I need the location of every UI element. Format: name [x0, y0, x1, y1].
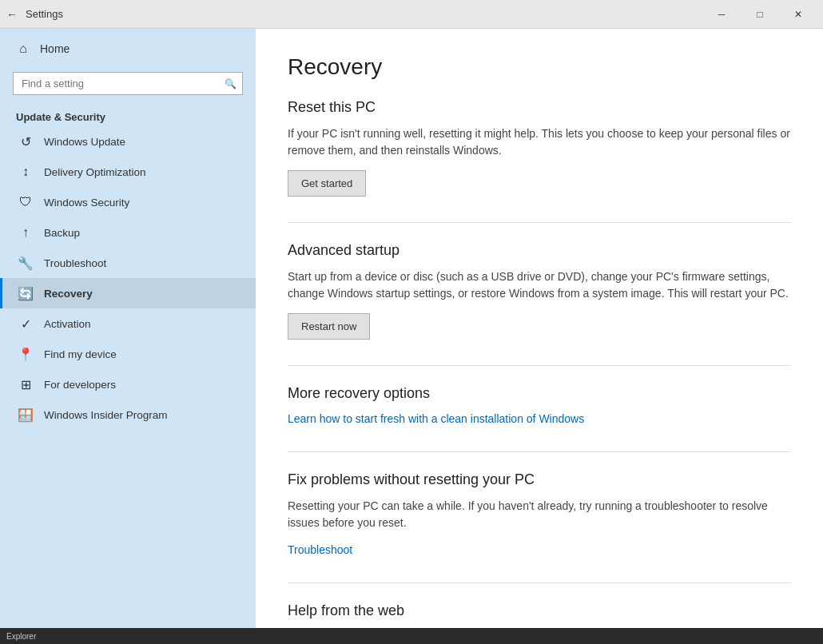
sidebar-item-windows-insider[interactable]: 🪟 Windows Insider Program	[0, 400, 256, 430]
delivery-icon: ↕	[18, 165, 33, 179]
main-container: ⌂ Home 🔍 Update & Security ↺ Windows Upd…	[0, 29, 823, 628]
sidebar-item-label: Windows Insider Program	[44, 409, 168, 421]
section-more-recovery-title: More recovery options	[288, 385, 791, 402]
titlebar: ← Settings ─ □ ✕	[0, 0, 823, 29]
page-title: Recovery	[288, 54, 791, 80]
sidebar-item-label: Delivery Optimization	[44, 166, 146, 178]
divider-2	[288, 365, 791, 366]
sidebar: ⌂ Home 🔍 Update & Security ↺ Windows Upd…	[0, 29, 256, 628]
back-button[interactable]: ←	[6, 8, 18, 21]
activation-icon: ✓	[18, 316, 33, 331]
minimize-button[interactable]: ─	[703, 2, 740, 27]
shield-icon: 🛡	[18, 195, 33, 209]
sidebar-item-label: Troubleshoot	[44, 257, 106, 269]
clean-install-link[interactable]: Learn how to start fresh with a clean in…	[288, 412, 584, 425]
divider-4	[288, 582, 791, 583]
sidebar-item-activation[interactable]: ✓ Activation	[0, 308, 256, 339]
sidebar-item-windows-security[interactable]: 🛡 Windows Security	[0, 187, 256, 217]
backup-icon: ↑	[18, 225, 33, 240]
section-help-web: Help from the web	[288, 602, 791, 619]
content-area: Recovery Reset this PC If your PC isn't …	[256, 29, 823, 628]
sidebar-item-backup[interactable]: ↑ Backup	[0, 217, 256, 248]
sidebar-item-home[interactable]: ⌂ Home	[0, 29, 256, 69]
sidebar-item-delivery-optimization[interactable]: ↕ Delivery Optimization	[0, 157, 256, 187]
section-advanced-startup: Advanced startup Start up from a device …	[288, 242, 791, 340]
recovery-icon: 🔄	[18, 286, 33, 300]
section-reset-pc: Reset this PC If your PC isn't running w…	[288, 99, 791, 197]
app-title: Settings	[26, 8, 703, 20]
home-icon: ⌂	[16, 42, 30, 56]
taskbar-hint-text: Explorer	[6, 632, 36, 641]
restart-now-button[interactable]: Restart now	[288, 313, 370, 340]
sidebar-item-label: For developers	[44, 379, 116, 391]
taskbar: Explorer	[0, 628, 823, 644]
search-input[interactable]	[13, 72, 243, 95]
search-icon: 🔍	[225, 78, 237, 89]
search-container: 🔍	[13, 72, 243, 95]
section-fix-desc: Resetting your PC can take a while. If y…	[288, 498, 791, 531]
get-started-button[interactable]: Get started	[288, 170, 366, 197]
sidebar-item-for-developers[interactable]: ⊞ For developers	[0, 369, 256, 400]
sidebar-item-label: Backup	[44, 227, 80, 239]
sidebar-item-find-my-device[interactable]: 📍 Find my device	[0, 339, 256, 369]
sidebar-item-label: Windows Security	[44, 197, 129, 209]
window-controls: ─ □ ✕	[703, 2, 817, 27]
section-fix-title: Fix problems without resetting your PC	[288, 471, 791, 488]
close-button[interactable]: ✕	[780, 2, 817, 27]
troubleshoot-icon: 🔧	[18, 256, 33, 270]
developers-icon: ⊞	[18, 377, 33, 392]
sidebar-item-recovery[interactable]: 🔄 Recovery	[0, 278, 256, 308]
sidebar-section-title: Update & Security	[0, 105, 256, 126]
sidebar-home-label: Home	[40, 42, 70, 55]
divider-1	[288, 222, 791, 223]
section-fix-problems: Fix problems without resetting your PC R…	[288, 471, 791, 557]
sidebar-item-label: Recovery	[44, 288, 93, 300]
maximize-button[interactable]: □	[741, 2, 778, 27]
sidebar-item-troubleshoot[interactable]: 🔧 Troubleshoot	[0, 248, 256, 278]
sidebar-item-label: Windows Update	[44, 136, 125, 148]
troubleshoot-link[interactable]: Troubleshoot	[288, 543, 352, 556]
update-icon: ↺	[18, 134, 33, 149]
section-help-title: Help from the web	[288, 602, 791, 619]
section-reset-desc: If your PC isn't running well, resetting…	[288, 125, 791, 159]
section-reset-title: Reset this PC	[288, 99, 791, 116]
sidebar-item-label: Activation	[44, 318, 91, 330]
section-more-recovery: More recovery options Learn how to start…	[288, 385, 791, 426]
divider-3	[288, 451, 791, 452]
sidebar-item-label: Find my device	[44, 348, 117, 360]
section-advanced-title: Advanced startup	[288, 242, 791, 259]
section-advanced-desc: Start up from a device or disc (such as …	[288, 268, 791, 302]
find-device-icon: 📍	[18, 347, 33, 361]
insider-icon: 🪟	[18, 407, 33, 422]
sidebar-item-windows-update[interactable]: ↺ Windows Update	[0, 126, 256, 157]
